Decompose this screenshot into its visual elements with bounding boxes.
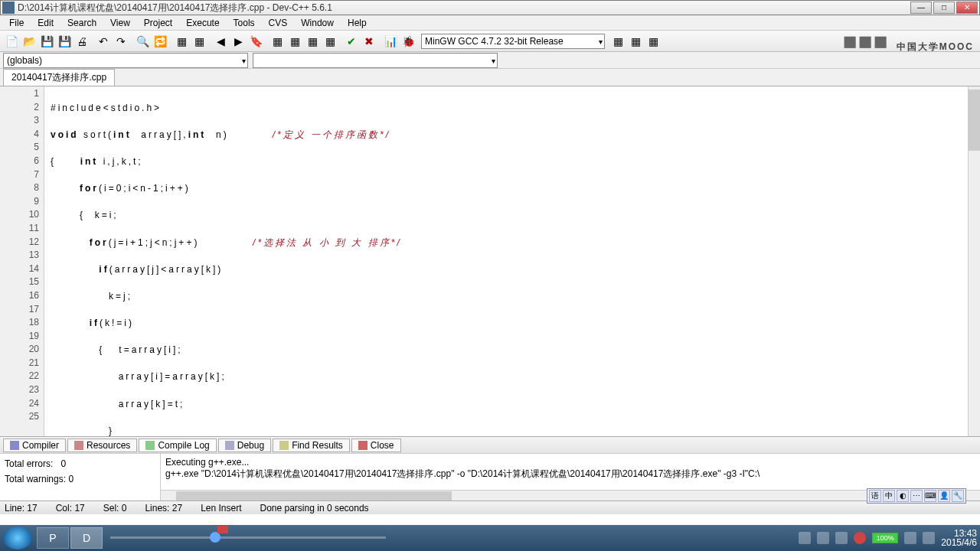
scope-select[interactable]: (globals) xyxy=(3,53,248,68)
replace-icon[interactable]: 🔁 xyxy=(152,33,168,50)
menu-edit[interactable]: Edit xyxy=(31,16,60,30)
line-gutter: 123 456 789 101112 131415 161718 192021 … xyxy=(0,86,44,436)
menu-execute[interactable]: Execute xyxy=(180,16,225,30)
maximize-button[interactable]: □ xyxy=(933,2,955,14)
tray-icon[interactable] xyxy=(854,532,866,544)
grid4-icon[interactable]: ▦ xyxy=(322,33,338,50)
grid1-icon[interactable]: ▦ xyxy=(269,33,286,50)
tab-strip: 20140417选择排序.cpp xyxy=(0,69,980,86)
back-icon[interactable]: ◀ xyxy=(212,33,229,50)
status-line: Line: 17 xyxy=(5,503,38,514)
status-sel: Sel: 0 xyxy=(103,503,127,514)
menu-file[interactable]: File xyxy=(3,16,30,30)
save-all-icon[interactable]: 💾 xyxy=(56,33,73,50)
tray-icon[interactable] xyxy=(817,532,829,544)
status-lines: Lines: 27 xyxy=(145,503,182,514)
ime-icon[interactable]: 语 xyxy=(869,490,881,502)
tab-find-results[interactable]: Find Results xyxy=(273,439,350,452)
volume-icon[interactable] xyxy=(904,532,916,544)
menu-view[interactable]: View xyxy=(104,16,136,30)
menu-window[interactable]: Window xyxy=(295,16,340,30)
system-tray[interactable]: 100% 13:432015/4/6 xyxy=(799,529,977,547)
print-icon[interactable]: 🖨 xyxy=(74,33,90,50)
compile-icon[interactable]: ▦ xyxy=(173,33,190,50)
file-tab[interactable]: 20140417选择排序.cpp xyxy=(3,69,115,86)
compile-log-panel: Total errors: 0 Total warnings: 0 Execut… xyxy=(0,453,980,500)
tab-close[interactable]: Close xyxy=(351,439,401,452)
menu-search[interactable]: Search xyxy=(61,16,103,30)
minimize-button[interactable]: — xyxy=(910,2,932,14)
compiler-select[interactable]: MinGW GCC 4.7.2 32-bit Release xyxy=(421,34,605,49)
tab-debug[interactable]: Debug xyxy=(218,439,271,452)
open-icon[interactable]: 📂 xyxy=(21,33,38,50)
save-icon[interactable]: 💾 xyxy=(38,33,55,50)
close-button[interactable]: ✕ xyxy=(956,2,978,14)
tab-compiler[interactable]: Compiler xyxy=(3,439,66,452)
tray-icon[interactable] xyxy=(835,532,848,544)
window-title: D:\2014计算机课程优盘\20140417用\20140417选择排序.cp… xyxy=(18,2,910,15)
new-file-icon[interactable]: 📄 xyxy=(3,33,20,50)
debug-icon[interactable]: 🐞 xyxy=(400,33,416,50)
undo-icon[interactable]: ↶ xyxy=(95,33,112,50)
find-icon[interactable]: 🔍 xyxy=(134,33,151,50)
check-icon[interactable]: ✔ xyxy=(343,33,360,50)
ime-toolbar[interactable]: 语中◐⋯⌨👤🔧 xyxy=(867,488,966,504)
vertical-scrollbar[interactable] xyxy=(968,86,980,436)
taskbar-powerpoint[interactable]: P xyxy=(37,527,69,549)
bookmark-icon[interactable]: 🔖 xyxy=(247,33,264,50)
opt3-icon[interactable]: ▦ xyxy=(645,33,662,50)
app-icon xyxy=(2,2,15,14)
opt2-icon[interactable]: ▦ xyxy=(627,33,644,50)
menu-bar: File Edit Search View Project Execute To… xyxy=(0,15,980,31)
run-icon[interactable]: ▦ xyxy=(191,33,207,50)
grid2-icon[interactable]: ▦ xyxy=(286,33,303,50)
battery-indicator[interactable]: 100% xyxy=(872,533,898,543)
toolbar: 📄 📂 💾 💾 🖨 ↶ ↷ 🔍 🔁 ▦ ▦ ◀ ▶ 🔖 ▦ ▦ ▦ ▦ ✔ ✖ … xyxy=(0,31,980,52)
status-msg: Done parsing in 0 seconds xyxy=(260,503,369,514)
grid3-icon[interactable]: ▦ xyxy=(304,33,321,50)
title-bar: D:\2014计算机课程优盘\20140417用\20140417选择排序.cp… xyxy=(0,0,980,15)
taskbar-devcpp[interactable]: D xyxy=(70,527,103,549)
status-bar: Line: 17 Col: 17 Sel: 0 Lines: 27 Len In… xyxy=(0,500,980,514)
log-output[interactable]: Executing g++.exe... g++.exe "D:\2014计算机… xyxy=(161,454,980,500)
tab-resources[interactable]: Resources xyxy=(67,439,137,452)
menu-help[interactable]: Help xyxy=(341,16,373,30)
status-mode: Len Insert xyxy=(201,503,241,514)
redo-icon[interactable]: ↷ xyxy=(113,33,129,50)
network-icon[interactable] xyxy=(923,532,935,544)
start-button[interactable] xyxy=(3,527,32,549)
menu-project[interactable]: Project xyxy=(138,16,178,30)
tab-compile-log[interactable]: Compile Log xyxy=(139,439,216,452)
taskbar-progress xyxy=(110,530,386,546)
code-editor[interactable]: 123 456 789 101112 131415 161718 192021 … xyxy=(0,86,980,436)
cancel-icon[interactable]: ✖ xyxy=(361,33,377,50)
clock[interactable]: 13:432015/4/6 xyxy=(941,529,977,547)
menu-tools[interactable]: Tools xyxy=(227,16,261,30)
forward-icon[interactable]: ▶ xyxy=(230,33,247,50)
error-summary: Total errors: 0 Total warnings: 0 xyxy=(0,454,161,500)
horizontal-scrollbar[interactable] xyxy=(161,490,980,500)
chart-icon[interactable]: 📊 xyxy=(382,33,399,50)
opt1-icon[interactable]: ▦ xyxy=(609,33,626,50)
status-col: Col: 17 xyxy=(56,503,85,514)
member-select[interactable] xyxy=(253,53,498,68)
menu-cvs[interactable]: CVS xyxy=(263,16,294,30)
tray-icon[interactable] xyxy=(799,532,811,544)
code-area[interactable]: #include<stdio.h> void sort(int array[],… xyxy=(44,86,968,436)
taskbar[interactable]: P D 100% 13:432015/4/6 xyxy=(0,525,980,551)
bottom-tabs: Compiler Resources Compile Log Debug Fin… xyxy=(0,436,980,453)
scope-bar: (globals) xyxy=(0,52,980,69)
